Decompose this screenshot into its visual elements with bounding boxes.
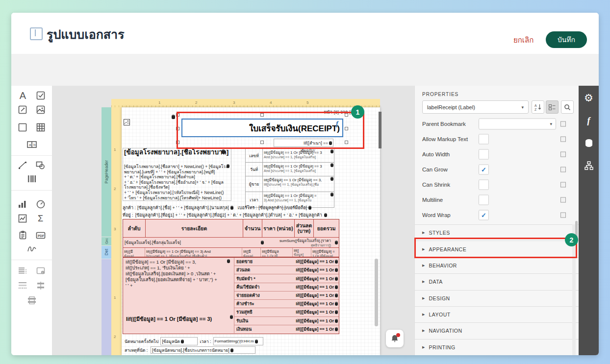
info-row[interactable]: ผู้ขาย Iif([มีข้อมูล] == 1 Or [มีข้อมูล]… [245, 176, 334, 192]
hierarchy-icon[interactable] [584, 160, 594, 171]
can-grow-checkbox[interactable]: ✓ [479, 164, 489, 174]
image-tool-icon[interactable] [34, 103, 47, 116]
cancel-button[interactable]: ยกเลิก [513, 34, 534, 46]
detail-cell: Iif([ [294, 248, 310, 253]
functions-icon[interactable]: f [584, 115, 594, 126]
customer-address-row[interactable]: ที่อยู่ : [ข้อมูลลูกค้า].[ที่อยู่1] + ' … [123, 211, 340, 218]
data-source-icon[interactable] [584, 138, 594, 148]
summary-row[interactable]: รับมัดจำ *Iif(([มีข้อมูล] == 1 Or [234, 274, 339, 283]
database-icon [335, 293, 338, 297]
sort-alpha-button[interactable]: AZ [532, 100, 544, 114]
group-view-button[interactable] [546, 100, 559, 114]
can-shrink-checkbox[interactable] [479, 179, 489, 190]
customer-row[interactable]: ลูกค้า : [ข้อมูลลูกค้า].[ชื่อ] + ' ' + [… [123, 204, 340, 211]
export-pdf-tool-icon[interactable]: PDF [34, 229, 47, 242]
summary-row[interactable]: รวมสุทธิIif(([มีข้อมูล] == 1 Or [234, 308, 339, 316]
database-icon [172, 115, 175, 119]
chart-tool-icon[interactable] [16, 198, 29, 211]
database-icon [227, 259, 230, 263]
checkbox-tool-icon[interactable] [34, 89, 47, 102]
notification-bell-button[interactable] [386, 330, 404, 347]
sparkline-tool-icon[interactable] [16, 212, 29, 225]
property-expression-checkbox[interactable] [560, 167, 566, 172]
text-in-cells-tool-icon[interactable]: ab [25, 138, 38, 151]
richtext-tool-icon[interactable] [16, 103, 29, 116]
property-expression-checkbox[interactable] [560, 151, 566, 157]
design-canvas[interactable]: PageHeader Grc Det 1 2 3 1 2 1 2 3 4 5 [52, 86, 414, 355]
summary-row[interactable]: ส่วนลดIif(([มีข้อมูล] == 1 Or [234, 266, 339, 274]
property-expression-checkbox[interactable] [560, 197, 566, 202]
horizontal-ruler: 1 2 3 4 5 [111, 99, 380, 107]
summary-row[interactable]: คืน/ใช้มัดจำIif(([มีข้อมูล] == 1 Or [234, 283, 339, 291]
summary-row[interactable]: เงินทอนIif(([มีข้อมูล] == 1 Or [234, 325, 339, 333]
band-body[interactable] [102, 259, 111, 355]
property-expression-checkbox[interactable] [560, 212, 566, 218]
property-expression-checkbox[interactable] [560, 121, 566, 126]
parent-bookmark-dropdown[interactable]: ▾ [479, 118, 556, 129]
summary-row[interactable]: รับเงินIif(([มีข้อมูล] == 1 Or [234, 317, 339, 325]
section-printing[interactable]: ▶PRINTING [415, 339, 579, 355]
gauge-tool-icon[interactable] [34, 198, 47, 211]
table-tool-icon[interactable] [34, 121, 47, 134]
center-band-tool-icon[interactable] [34, 279, 47, 292]
image-placeholder-icon[interactable] [124, 119, 130, 127]
band-detail[interactable]: Det [102, 246, 111, 259]
col-header: ลำดับ [123, 219, 146, 237]
info-value2: And [ประเภท] == 1, [ข้อมูลใบเสร็จ] [264, 155, 333, 159]
canvas-scrollbar-lower[interactable] [375, 259, 378, 326]
auto-width-checkbox[interactable] [479, 149, 489, 159]
section-design[interactable]: ▶DESIGN [415, 290, 579, 306]
page-info-tool-icon[interactable]: i [34, 265, 47, 277]
summary-block[interactable]: Iif([มีข้อมูล] == 1 Or [มีข้อมูล] == 3, … [123, 257, 339, 334]
band-pageheader[interactable]: PageHeader [102, 107, 111, 237]
signature-tool-icon[interactable] [25, 243, 38, 255]
address-value: [ข้อมูลลูกค้า].[ที่อยู่1] + ' ' + [ข้อมู… [135, 212, 322, 218]
line-tool-icon[interactable] [16, 159, 29, 171]
hospital-name-field[interactable]: [ข้อมูลโรงพยาบาล].[ชื่อโรงพยาบาล] [124, 148, 229, 156]
canvas-scrollbar-thumb[interactable] [379, 112, 381, 148]
col-header: จำนวน [243, 219, 262, 237]
data-band-tool-icon[interactable] [16, 265, 29, 277]
info-row[interactable]: วันที่ Iif(([มีข้อมูล] == 1 Or [มีข้อมูล… [245, 162, 334, 176]
component-selector[interactable]: labelReceipt (Label) ▾ [422, 100, 529, 114]
properties-title: PROPERTIES [422, 92, 458, 97]
summary-row[interactable]: จ่ายยอดค้างIif(([มีข้อมูล] == 1 Or [234, 291, 339, 300]
search-button[interactable] [561, 100, 574, 114]
receipt-condition-field[interactable]: Iif(([มีข้อมูล] == 1 Or [มีข้อมูล] == 3) [126, 315, 230, 323]
items-group-row[interactable]: [ข้อมูลใบเสร็จ].[ชื่อกลุ่มใบเสร็จ] sumSu… [123, 238, 339, 248]
summary-row[interactable]: ค้างชำระIif(([มีข้อมูล] == 1 Or [234, 300, 339, 308]
info-row[interactable]: เลขที่ Iif(([มีข้อมูล] == 1 Or [มีข้อมูล… [245, 148, 334, 162]
footer-band-tool-icon[interactable] [25, 294, 38, 307]
section-data[interactable]: ▶DATA [415, 273, 579, 290]
appointment-reason-row[interactable]: สาเหตุที่นัด : [ข้อมูลนัดหมาย].[ชื่อประเ… [125, 346, 340, 354]
database-icon [335, 302, 338, 306]
multiline-checkbox[interactable] [479, 194, 489, 205]
barcode-tool-icon[interactable] [25, 172, 38, 185]
appointment-row[interactable]: นัดหมายครั้งถัดไป [ข้อมูลนัด เวลา : Form… [125, 337, 340, 345]
hospital-address-field[interactable]: [ข้อมูลโรงพยาบาล].[ชื่อสาขา] + NewLine()… [124, 164, 230, 200]
property-expression-checkbox[interactable] [560, 182, 566, 187]
property-expression-checkbox[interactable] [560, 136, 566, 142]
items-table[interactable]: ลำดับ รายละเอียด จำนวน ราคา (หน่วย) ส่วน… [123, 219, 339, 257]
text-tool-icon[interactable]: A [16, 89, 29, 102]
property-label: Word Wrap [422, 212, 451, 218]
col-header: ส่วนลด (บาท) [295, 219, 314, 237]
settings-gear-icon[interactable]: ⚙ [584, 93, 594, 103]
items-detail-row[interactable]: Iif(([มีข้อมูล] Iif(([มีข้อมูล] == 1 Or … [123, 248, 339, 257]
math-tool-icon[interactable]: Σ [34, 212, 47, 225]
header-band-tool-icon[interactable] [16, 279, 29, 292]
shape-tool-icon[interactable] [34, 159, 47, 171]
payment-expression-field[interactable]: Iif([มีข้อมูล] == 1 Or [มีข้อมูล] == 3, … [126, 259, 232, 289]
database-icon [335, 241, 338, 244]
save-button[interactable]: บันทึก [546, 31, 587, 48]
section-behavior[interactable]: ▶BEHAVIOR [415, 257, 579, 273]
section-layout[interactable]: ▶LAYOUT [415, 306, 579, 322]
section-label: NAVIGATION [429, 328, 462, 334]
panel-tool-icon[interactable] [16, 121, 29, 134]
word-wrap-checkbox[interactable]: ✓ [479, 210, 489, 220]
allow-markup-text-checkbox[interactable] [479, 134, 489, 144]
summary-row[interactable]: ยอดขายIif(([มีข้อมูล] == 1 Or [234, 258, 339, 266]
band-group[interactable]: Grc [102, 237, 111, 245]
clipboard-tool-icon[interactable] [16, 229, 29, 242]
section-navigation[interactable]: ▶NAVIGATION [415, 322, 579, 339]
